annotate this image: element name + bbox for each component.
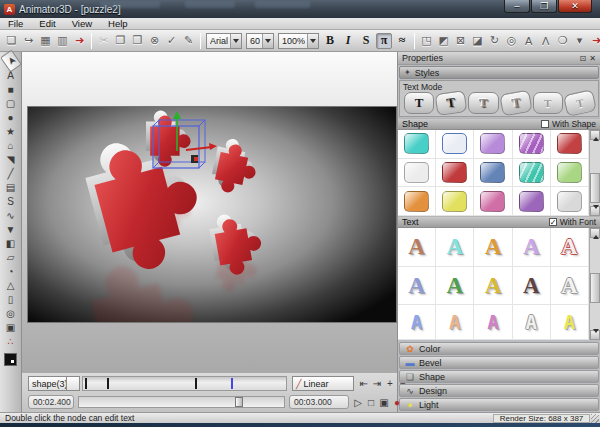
font-size-select[interactable]: 60 [246, 33, 274, 49]
new-icon[interactable]: ❏ [3, 32, 20, 49]
kerning-button[interactable]: π [376, 33, 392, 49]
extrude-tool[interactable]: ▼ [2, 222, 20, 236]
keyframe-tick[interactable] [195, 378, 197, 389]
text-style-cell[interactable]: A [436, 228, 474, 267]
menu-edit[interactable]: Edit [31, 18, 63, 29]
plane3d-tool[interactable]: ▱ [2, 250, 20, 264]
section-color[interactable]: ✿Color [399, 342, 599, 355]
loop-animation-icon[interactable]: ↻ [486, 32, 503, 49]
text-list-scrollbar[interactable] [589, 228, 600, 340]
delete-keyframe-cube-icon[interactable]: ⊠ [452, 32, 469, 49]
with-shape-option[interactable]: With Shape [541, 119, 596, 129]
render-viewport[interactable] [28, 107, 396, 322]
with-font-option[interactable]: ✓ With Font [549, 217, 596, 227]
mode-emboss-tilt-button[interactable]: T [499, 90, 533, 117]
close-panel-icon[interactable]: ✕ [589, 54, 596, 63]
line-tool[interactable]: ╱ [2, 166, 20, 180]
italic-button[interactable]: I [340, 33, 356, 49]
interpolation-select[interactable]: ╱ Linear [292, 376, 354, 391]
arc3d-tool[interactable]: ◔ [2, 264, 20, 278]
shape-style-cell[interactable] [474, 187, 512, 216]
export-icon[interactable]: ➜ [71, 32, 88, 49]
dock-panel-icon[interactable]: ⊡ [580, 54, 587, 63]
time-slider[interactable] [78, 396, 285, 408]
text-style-cell[interactable]: A [398, 305, 436, 340]
shape-style-cell[interactable] [436, 159, 474, 188]
save-icon[interactable]: ▦ [37, 32, 54, 49]
symbol-tool[interactable]: S [2, 194, 20, 208]
section-shape[interactable]: ❏Shape [399, 370, 599, 383]
shape-style-cell[interactable] [398, 187, 436, 216]
shape-style-cell[interactable] [436, 130, 474, 159]
text-style-cell[interactable]: A [513, 305, 551, 340]
chevron-down-icon[interactable] [230, 34, 241, 48]
keyframe-tick[interactable] [231, 378, 233, 389]
time-slider-thumb[interactable] [235, 397, 243, 407]
styles-section-header[interactable]: ✦ Styles [399, 66, 599, 79]
title-bar[interactable]: A Animator3D - [puzzle2] –❒✕ [0, 0, 600, 18]
section-light[interactable]: ●Light [399, 398, 599, 411]
text-style-cell[interactable]: A [398, 228, 436, 267]
curve-tool[interactable]: ∿ [2, 208, 20, 222]
stop-button[interactable]: □ [365, 395, 377, 409]
text-style-cell[interactable]: A [551, 305, 589, 340]
zoom-select[interactable]: 100% [278, 33, 319, 49]
mode-emboss-button[interactable]: T [468, 92, 498, 114]
particles-tool[interactable]: ∴ [2, 334, 20, 348]
close-button[interactable]: ✕ [558, 0, 592, 13]
animate-cube-icon[interactable]: ◪ [469, 32, 486, 49]
polygon-tool[interactable]: ⌂ [2, 138, 20, 152]
mode-ring-button[interactable]: T [533, 92, 563, 114]
keyframe-tick[interactable] [107, 378, 109, 389]
open-icon[interactable]: ↪ [20, 32, 37, 49]
box3d-tool[interactable]: ◧ [2, 236, 20, 250]
rectangle-tool[interactable]: ■ [2, 82, 20, 96]
keyframe-tick[interactable] [85, 378, 87, 389]
apply-icon[interactable]: ✓ [163, 32, 180, 49]
skip-start-button[interactable]: ⇤ [358, 376, 370, 390]
font-family-select[interactable]: Arial [206, 33, 242, 49]
image-tool[interactable]: ▣ [2, 320, 20, 334]
shadow-button[interactable]: S [358, 33, 374, 49]
orbit-cube-icon[interactable]: ◳ [418, 32, 435, 49]
sphere-text-icon[interactable]: ❍ [554, 32, 571, 49]
resize-grip[interactable] [591, 414, 599, 423]
more-format-button[interactable]: ≈ [394, 33, 410, 49]
play-button[interactable]: ▷ [352, 395, 364, 409]
skip-end-button[interactable]: ⇥ [371, 376, 383, 390]
text-style-cell[interactable]: A [474, 267, 512, 306]
menu-file[interactable]: File [0, 18, 31, 29]
paste-icon[interactable]: ❒ [129, 32, 146, 49]
add-keyframe-button[interactable]: + [384, 376, 396, 390]
text-style-cell[interactable]: A [474, 228, 512, 267]
shape-style-cell[interactable] [513, 159, 551, 188]
shape-style-cell[interactable] [513, 130, 551, 159]
chevron-down-icon[interactable] [262, 34, 273, 48]
ellipse-tool[interactable]: ● [2, 110, 20, 124]
export-frame-icon[interactable]: ➜ [588, 32, 600, 49]
text-style-cell[interactable]: A [474, 305, 512, 340]
shape-style-cell[interactable] [436, 187, 474, 216]
mode-tilt-button[interactable]: T [435, 90, 468, 116]
keyframe-track[interactable] [82, 376, 287, 391]
text-style-cell[interactable]: A [436, 305, 474, 340]
shape-style-cell[interactable] [398, 130, 436, 159]
shape-style-cell[interactable] [551, 159, 589, 188]
text-style-cell[interactable]: A [436, 267, 474, 306]
shape-list-scrollbar[interactable] [589, 130, 600, 216]
text-animate-out-icon[interactable]: Λ [537, 32, 554, 49]
menu-help[interactable]: Help [100, 18, 136, 29]
remove-keyframe-button[interactable]: − [397, 376, 409, 390]
wedge-tool[interactable]: ◥ [2, 152, 20, 166]
text-style-cell[interactable]: A [398, 267, 436, 306]
section-bevel[interactable]: ▬Bevel [399, 356, 599, 369]
mode-ring-tilt-button[interactable]: T [563, 89, 597, 117]
text-style-cell[interactable]: A [513, 267, 551, 306]
gizmo-handle[interactable] [194, 157, 198, 161]
section-design[interactable]: ∿Design [399, 384, 599, 397]
shape-style-cell[interactable] [474, 130, 512, 159]
total-time-field[interactable]: 00:03.000 [289, 395, 349, 409]
shape-style-cell[interactable] [398, 159, 436, 188]
shape-section-header[interactable]: Shape With Shape [398, 118, 600, 130]
star-tool[interactable]: ★ [2, 124, 20, 138]
